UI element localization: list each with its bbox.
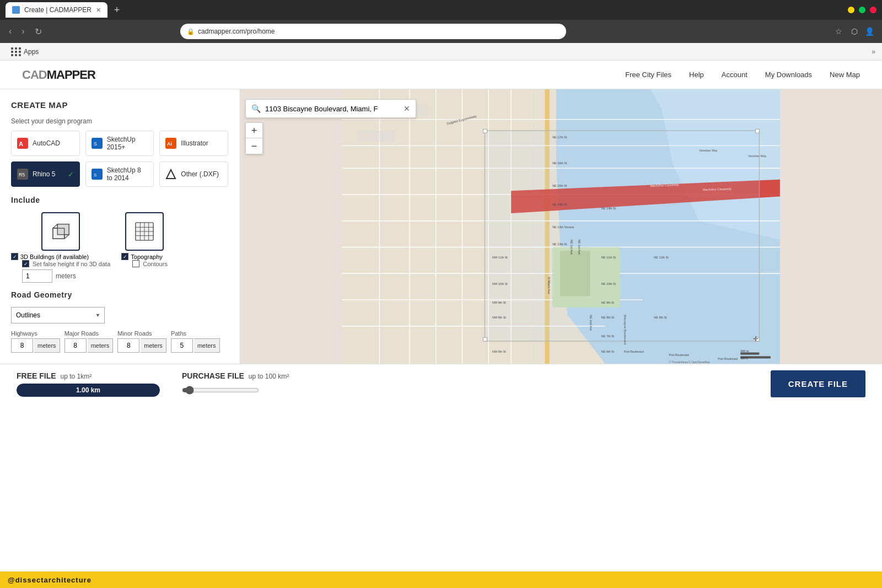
include-topo-btn[interactable] [121, 212, 168, 251]
height-input[interactable] [22, 269, 52, 283]
apps-grid-icon [11, 47, 21, 56]
svg-text:Venetian Way: Venetian Way [699, 149, 718, 152]
map-area[interactable]: ✛ Dolphin Expressway NE 17th St NE 16th … [240, 89, 882, 364]
forward-btn[interactable]: › [19, 24, 26, 39]
topo-box [125, 212, 164, 251]
purchase-file-limit: up to 100 km² [249, 373, 289, 380]
svg-text:NE 1st Ave: NE 1st Ave [578, 240, 581, 255]
minimize-btn[interactable] [848, 7, 854, 13]
free-file-label: FREE FILE [17, 371, 56, 380]
include-topo-group: ✓ Topography Contours [121, 212, 168, 267]
svg-text:Biscayne Boulevard: Biscayne Boulevard [623, 315, 627, 345]
highway-inputs: meters [11, 338, 60, 353]
program-autocad[interactable]: A AutoCAD [11, 131, 80, 156]
lock-icon: 🔒 [187, 28, 195, 35]
svg-rect-51 [357, 131, 394, 142]
include-section: Include [11, 196, 228, 283]
svg-text:NE 10th St: NE 10th St [601, 282, 616, 285]
purchase-slider[interactable] [182, 384, 259, 397]
svg-text:NW 9th St: NW 9th St [492, 301, 506, 304]
road-widths-row: Highways meters Major Roads meters Minor… [11, 330, 228, 353]
nav-help[interactable]: Help [689, 71, 704, 79]
free-progress-fill: 1.00 km [17, 384, 160, 397]
browser-tab[interactable]: Create | CADMAPPER ✕ [6, 2, 107, 18]
reload-btn[interactable]: ↻ [33, 24, 44, 39]
bottom-bar: FREE FILE up to 1km² 1.00 km PURCHASE FI… [0, 364, 882, 403]
new-tab-btn[interactable]: + [114, 4, 120, 16]
tab-title: Create | CADMAPPER [24, 6, 92, 14]
svg-text:S: S [94, 141, 97, 147]
svg-text:NE 8th St: NE 8th St [654, 316, 667, 319]
include-buildings-btn[interactable] [11, 212, 110, 251]
maximize-btn[interactable] [859, 7, 865, 13]
map-search-box[interactable]: 🔍 ✕ [245, 99, 416, 118]
svg-text:N Miami Ave: N Miami Ave [547, 277, 551, 294]
illustrator-icon: Ai [165, 138, 176, 149]
address-icons: ☆ ⬡ 👤 [833, 26, 875, 37]
minor-roads-value[interactable] [117, 338, 139, 353]
sketchup2014-label: SketchUp 8 to 2014 [107, 166, 148, 182]
map-search: 🔍 ✕ [245, 99, 416, 118]
apps-btn[interactable]: Apps [7, 45, 43, 58]
svg-text:Venetian Way: Venetian Way [748, 154, 767, 158]
sketchup2015-icon: S [92, 138, 103, 149]
svg-rect-8 [92, 169, 103, 180]
tab-close-btn[interactable]: ✕ [96, 7, 101, 14]
svg-text:Ai: Ai [167, 141, 172, 147]
purchase-file-label: PURCHASE FILE [182, 371, 244, 380]
program-rhino5[interactable]: R5 Rhino 5 ✓ [11, 161, 80, 187]
create-map-title: CREATE MAP [11, 100, 228, 110]
contours-checkbox[interactable] [132, 260, 139, 267]
program-sketchup2014[interactable]: S SketchUp 8 to 2014 [85, 161, 154, 187]
search-input[interactable] [265, 105, 399, 113]
svg-text:NW 10th St: NW 10th St [492, 282, 508, 285]
paths-label: Paths [171, 330, 220, 337]
topo-label-row: ✓ Topography [121, 253, 168, 260]
bookmarks-more[interactable]: » [872, 48, 875, 56]
free-progress-wrap: 1.00 km [17, 384, 160, 397]
road-select[interactable]: Outlines Centerlines None [11, 307, 105, 323]
height-unit: meters [56, 272, 76, 280]
svg-text:NE 16th St: NE 16th St [552, 161, 567, 165]
autocad-label: AutoCAD [33, 139, 60, 147]
paths-value[interactable] [171, 338, 193, 353]
svg-text:NW 11th St: NW 11th St [492, 256, 508, 259]
minor-roads-group: Minor Roads meters [117, 330, 166, 353]
minor-roads-label: Minor Roads [117, 330, 166, 337]
paths-group: Paths meters [171, 330, 220, 353]
buildings-checkbox[interactable]: ✓ [11, 253, 18, 260]
contours-option: Contours [132, 260, 168, 267]
svg-text:Port Boulevard: Port Boulevard [624, 350, 644, 353]
close-btn[interactable] [870, 7, 876, 13]
svg-text:NW 6th St: NW 6th St [492, 350, 506, 353]
false-height-checkbox[interactable]: ✓ [22, 260, 29, 267]
svg-text:NE 14th St: NE 14th St [552, 203, 567, 206]
highway-value[interactable] [11, 338, 33, 353]
create-file-btn[interactable]: CREATE FILE [771, 370, 865, 397]
profile-icon[interactable]: 👤 [864, 26, 875, 37]
svg-text:NE 13th Terrace: NE 13th Terrace [552, 225, 574, 229]
zoom-out-btn[interactable]: − [246, 138, 262, 154]
svg-text:NE 1st Ave: NE 1st Ave [570, 240, 573, 255]
nav-new-map[interactable]: New Map [830, 71, 860, 79]
url-bar[interactable]: 🔒 cadmapper.com/pro/home [180, 24, 566, 39]
nav-account[interactable]: Account [722, 71, 747, 79]
other-icon [165, 169, 176, 180]
apps-label: Apps [24, 48, 39, 56]
nav-free-city-files[interactable]: Free City Files [625, 71, 671, 79]
svg-text:NE 13th St: NE 13th St [552, 242, 567, 246]
program-other[interactable]: Other (.DXF) [159, 161, 228, 187]
tab-favicon [12, 6, 20, 14]
zoom-in-btn[interactable]: + [246, 123, 262, 138]
svg-rect-54 [485, 131, 759, 341]
back-btn[interactable]: ‹ [7, 24, 14, 39]
program-sketchup2015[interactable]: S SketchUp 2015+ [85, 131, 154, 156]
topo-checkbox[interactable]: ✓ [121, 253, 128, 260]
nav-my-downloads[interactable]: My Downloads [765, 71, 812, 79]
search-clear-btn[interactable]: ✕ [404, 104, 410, 113]
bookmark-star-icon[interactable]: ☆ [833, 26, 845, 37]
extension-icon[interactable]: ⬡ [849, 26, 860, 37]
rhino5-icon: R5 [17, 169, 28, 180]
program-illustrator[interactable]: Ai Illustrator [159, 131, 228, 156]
major-roads-value[interactable] [64, 338, 87, 353]
